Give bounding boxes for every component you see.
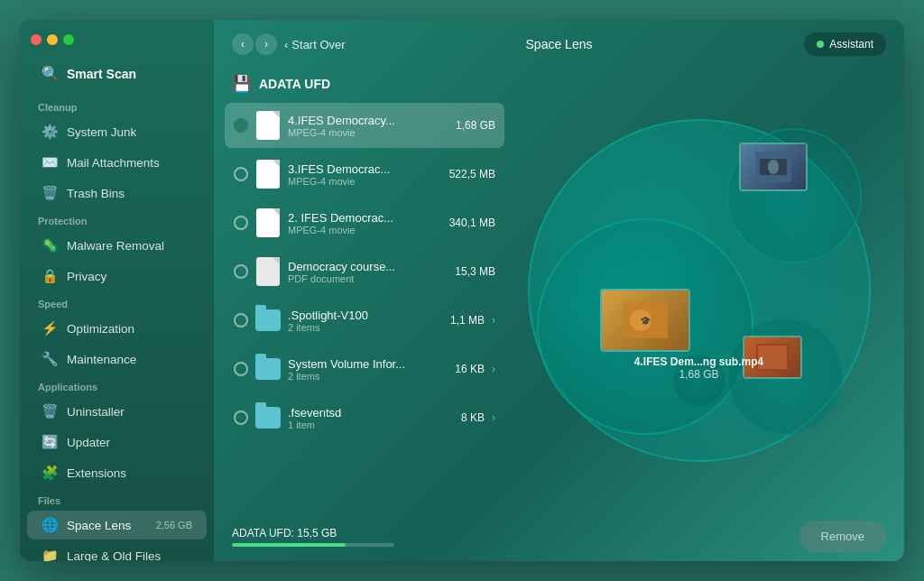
list-item[interactable]: Democracy course... PDF document 15,3 MB <box>225 249 504 294</box>
minimize-button[interactable] <box>47 34 58 45</box>
file-size: 15,3 MB <box>455 265 495 278</box>
sidebar-item-extensions[interactable]: 🧩 Extensions <box>27 458 207 487</box>
file-info: 2. IFES Democrac... MPEG-4 movie <box>288 211 442 235</box>
file-type-icon <box>255 208 281 238</box>
sidebar-item-large-old-files[interactable]: 📁 Large & Old Files <box>27 541 207 561</box>
file-checkbox[interactable] <box>234 313 248 327</box>
main-file-thumbnail: 🎓 <box>600 289 690 352</box>
sidebar-item-maintenance[interactable]: 🔧 Maintenance <box>27 345 207 374</box>
file-checkbox[interactable] <box>234 167 248 181</box>
sidebar-item-updater[interactable]: 🔄 Updater <box>27 428 207 456</box>
sidebar-item-uninstaller[interactable]: 🗑️ Uninstaller <box>27 397 207 426</box>
drive-icon: 💾 <box>232 74 252 94</box>
main-header: ‹ › ‹ Start Over Space Lens Assistant <box>214 20 904 69</box>
svg-rect-7 <box>758 346 787 369</box>
footer-progress-fill <box>232 543 346 547</box>
file-info: 3.IFES Democrac... MPEG-4 movie <box>288 162 442 187</box>
bubble-tiny <box>672 354 726 408</box>
file-name: Democracy course... <box>288 260 448 273</box>
file-type-icon <box>255 305 281 336</box>
sidebar-item-space-lens[interactable]: 🌐 Space Lens 2,56 GB <box>27 511 207 540</box>
drive-name: ADATA UFD <box>259 77 330 91</box>
svg-text:🎓: 🎓 <box>640 315 651 327</box>
nav-left: ‹ › ‹ Start Over <box>232 33 346 55</box>
file-type: MPEG-4 movie <box>288 176 442 187</box>
sidebar-item-mail-attachments[interactable]: ✉️ Mail Attachments <box>27 148 207 177</box>
small-thumbnail-2 <box>743 336 802 379</box>
file-list-container: 💾 ADATA UFD 4.IFES Democracy... MPEG-4 m… <box>225 69 504 512</box>
file-type: MPEG-4 movie <box>288 225 442 235</box>
start-over-link[interactable]: ‹ Start Over <box>284 38 346 51</box>
back-button[interactable]: ‹ <box>232 33 254 55</box>
file-type-icon <box>255 159 281 189</box>
assistant-status-dot <box>817 41 824 48</box>
start-over-label: Start Over <box>291 38 345 51</box>
file-type-icon <box>255 402 281 433</box>
file-name: .Spotlight-V100 <box>288 309 443 322</box>
sidebar-item-malware-removal[interactable]: 🦠 Malware Removal <box>27 231 207 260</box>
bubble-small-1 <box>726 128 862 263</box>
file-size: 1,68 GB <box>456 119 495 132</box>
file-type: 1 item <box>288 420 454 430</box>
file-size: 522,5 MB <box>449 168 495 180</box>
assistant-label: Assistant <box>829 38 873 51</box>
list-item[interactable]: System Volume Infor... 2 items 16 KB › <box>225 346 504 392</box>
start-over-arrow: ‹ <box>284 38 288 51</box>
assistant-button[interactable]: Assistant <box>804 32 886 56</box>
sidebar-section-speed: Speed <box>20 291 214 313</box>
close-button[interactable] <box>31 34 42 45</box>
sidebar-item-label: Smart Scan <box>67 67 136 81</box>
malware-icon: 🦠 <box>42 237 58 254</box>
file-checkbox[interactable] <box>234 118 248 133</box>
file-list: 4.IFES Democracy... MPEG-4 movie 1,68 GB… <box>225 103 504 440</box>
file-size: 340,1 MB <box>449 217 495 229</box>
file-type-icon <box>255 110 281 141</box>
sidebar-item-optimization[interactable]: ⚡ Optimization <box>27 314 207 343</box>
large-files-icon: 📁 <box>42 548 58 561</box>
file-name: 4.IFES Democracy... <box>288 114 448 127</box>
list-item[interactable]: .fseventsd 1 item 8 KB › <box>225 395 504 440</box>
file-type: 2 items <box>288 322 443 333</box>
forward-button[interactable]: › <box>255 33 277 55</box>
list-item[interactable]: .Spotlight-V100 2 items 1,1 MB › <box>225 298 504 343</box>
list-item[interactable]: 3.IFES Democrac... MPEG-4 movie 522,5 MB <box>225 152 504 197</box>
uninstaller-icon: 🗑️ <box>42 403 58 420</box>
file-type-icon <box>255 354 281 384</box>
space-lens-badge: 2,56 GB <box>156 520 192 530</box>
remove-button[interactable]: Remove <box>799 521 886 552</box>
main-footer: ADATA UFD: 15,5 GB Remove <box>214 512 904 561</box>
bubble-medium[interactable]: 🎓 <box>537 218 753 435</box>
maximize-button[interactable] <box>63 34 74 45</box>
file-checkbox[interactable] <box>234 264 248 279</box>
footer-left: ADATA UFD: 15,5 GB <box>232 527 394 547</box>
content-area: 💾 ADATA UFD 4.IFES Democracy... MPEG-4 m… <box>214 69 904 512</box>
file-type: PDF document <box>288 273 448 284</box>
list-item[interactable]: 2. IFES Democrac... MPEG-4 movie 340,1 M… <box>225 200 504 245</box>
file-info: 4.IFES Democracy... MPEG-4 movie <box>288 114 448 138</box>
file-type: MPEG-4 movie <box>288 127 448 138</box>
file-type-icon <box>255 256 281 287</box>
sidebar-item-smart-scan[interactable]: 🔍 Smart Scan <box>27 56 207 91</box>
main-content: ‹ › ‹ Start Over Space Lens Assistant 💾 <box>214 20 904 561</box>
footer-progress-bar <box>232 543 394 547</box>
sidebar-section-protection: Protection <box>20 208 214 230</box>
file-info: .fseventsd 1 item <box>288 406 454 430</box>
sidebar-item-trash-bins[interactable]: 🗑️ Trash Bins <box>27 179 207 208</box>
optimization-icon: ⚡ <box>42 320 58 337</box>
file-name: 2. IFES Democrac... <box>288 211 442 225</box>
sidebar-item-privacy[interactable]: 🔒 Privacy <box>27 262 207 290</box>
list-item[interactable]: 4.IFES Democracy... MPEG-4 movie 1,68 GB <box>225 103 504 148</box>
bubble-small-2 <box>726 318 844 435</box>
system-junk-icon: ⚙️ <box>42 124 58 140</box>
folder-arrow-icon: › <box>492 314 495 327</box>
file-checkbox[interactable] <box>234 410 248 425</box>
file-info: System Volume Infor... 2 items <box>288 357 448 382</box>
file-checkbox[interactable] <box>234 362 248 376</box>
svg-point-5 <box>768 160 779 174</box>
sidebar-item-system-junk[interactable]: ⚙️ System Junk <box>27 117 207 146</box>
space-lens-icon: 🌐 <box>42 517 58 533</box>
bubble-chart: 🎓 <box>510 101 889 480</box>
footer-drive-label: ADATA UFD: 15,5 GB <box>232 527 394 540</box>
file-checkbox[interactable] <box>234 216 248 230</box>
sidebar-section-files: Files <box>20 488 214 510</box>
